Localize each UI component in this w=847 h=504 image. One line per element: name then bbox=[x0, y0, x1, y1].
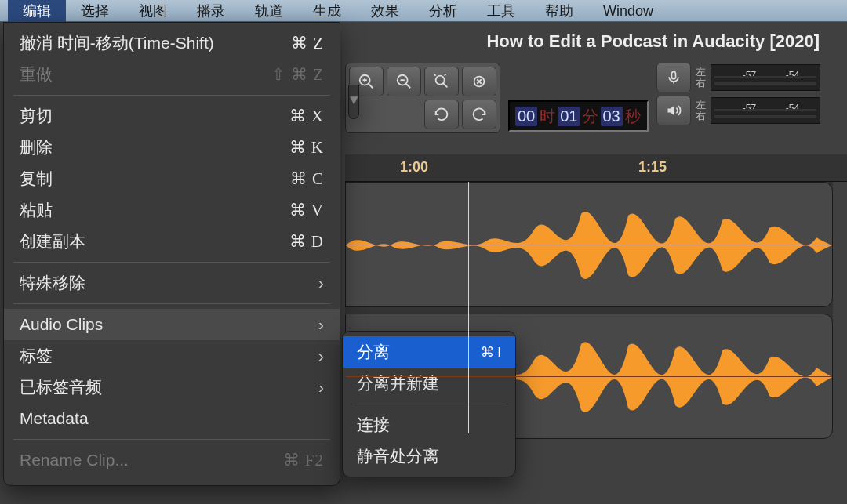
zoom-out-icon[interactable] bbox=[387, 67, 421, 96]
svg-line-1 bbox=[369, 84, 373, 89]
microphone-icon[interactable] bbox=[656, 63, 691, 92]
menu-item[interactable]: 剪切⌘ X bbox=[4, 100, 340, 132]
timecode-minutes: 01 bbox=[558, 107, 580, 126]
menu-view[interactable]: 视图 bbox=[124, 0, 182, 22]
chevron-right-icon: › bbox=[318, 315, 324, 334]
speaker-channel-labels: 左右 bbox=[696, 100, 706, 121]
menu-effect[interactable]: 效果 bbox=[356, 0, 414, 22]
menu-item[interactable]: 删除⌘ K bbox=[4, 132, 340, 163]
waveform bbox=[346, 183, 832, 307]
chevron-right-icon: › bbox=[318, 346, 324, 365]
chevron-right-icon: › bbox=[318, 378, 324, 397]
menu-tools[interactable]: 工具 bbox=[472, 0, 530, 22]
menu-item[interactable]: 创建副本⌘ D bbox=[4, 226, 340, 257]
timecode-display[interactable]: 00 时 01 分 03 秒 ▾ bbox=[508, 100, 649, 132]
menu-item[interactable]: 粘贴⌘ V bbox=[4, 194, 340, 226]
audio-clips-submenu: 分离⌘ I分离并新建连接静音处分离 bbox=[342, 331, 516, 477]
submenu-item[interactable]: 静音处分离 bbox=[343, 441, 515, 472]
menu-help[interactable]: 帮助 bbox=[530, 0, 588, 22]
timecode-hours: 00 bbox=[515, 107, 537, 126]
audio-track[interactable] bbox=[345, 182, 833, 307]
window-title: How to Edit a Podcast in Audacity [2020] bbox=[486, 31, 820, 52]
toolbar: 00 时 01 分 03 秒 ▾ 左右 -57 -54 左右 -57 -54 bbox=[345, 63, 820, 133]
menu-select[interactable]: 选择 bbox=[66, 0, 124, 22]
menu-item[interactable]: 已标签音频› bbox=[4, 372, 340, 403]
menu-item[interactable]: 标签› bbox=[4, 340, 340, 372]
timecode-seconds: 03 bbox=[601, 107, 623, 126]
submenu-item[interactable]: 分离并新建 bbox=[343, 368, 515, 399]
menu-item[interactable]: Metadata bbox=[4, 403, 340, 434]
recording-meter[interactable]: -57 -54 bbox=[711, 64, 820, 91]
menu-item: 重做⇧ ⌘ Z bbox=[4, 59, 340, 90]
playback-meter[interactable]: -57 -54 bbox=[711, 97, 820, 124]
menu-item[interactable]: 撤消 时间-移动(Time-Shift)⌘ Z bbox=[4, 27, 340, 59]
menu-item[interactable]: Audio Clips› bbox=[4, 309, 340, 340]
fit-selection-icon[interactable] bbox=[424, 67, 459, 96]
timeline-ruler[interactable]: 1:00 1:15 bbox=[345, 154, 847, 182]
ruler-label: 1:15 bbox=[638, 159, 667, 176]
chevron-right-icon: › bbox=[318, 274, 324, 292]
timecode-dropdown-icon[interactable]: ▾ bbox=[348, 85, 359, 119]
menu-generate[interactable]: 生成 bbox=[298, 0, 356, 22]
fit-project-icon[interactable] bbox=[462, 67, 496, 96]
menubar: 编辑 选择 视图 播录 轨道 生成 效果 分析 工具 帮助 Window bbox=[0, 0, 847, 22]
edit-menu-dropdown: 撤消 时间-移动(Time-Shift)⌘ Z重做⇧ ⌘ Z剪切⌘ X删除⌘ K… bbox=[3, 22, 340, 486]
menu-item[interactable]: 特殊移除› bbox=[4, 267, 340, 299]
svg-marker-13 bbox=[667, 106, 674, 115]
menu-tracks[interactable]: 轨道 bbox=[240, 0, 298, 22]
redo-icon[interactable] bbox=[462, 100, 496, 129]
svg-line-5 bbox=[406, 84, 411, 89]
menu-window[interactable]: Window bbox=[588, 0, 668, 22]
mic-channel-labels: 左右 bbox=[696, 67, 706, 89]
menu-item[interactable]: 复制⌘ C bbox=[4, 163, 340, 194]
menu-item: Rename Clip...⌘ F2 bbox=[4, 444, 340, 476]
submenu-item[interactable]: 连接 bbox=[343, 409, 515, 441]
playhead[interactable] bbox=[468, 182, 469, 433]
menu-analyze[interactable]: 分析 bbox=[414, 0, 472, 22]
submenu-item[interactable]: 分离⌘ I bbox=[343, 336, 515, 368]
menu-edit[interactable]: 编辑 bbox=[8, 0, 66, 22]
svg-rect-12 bbox=[671, 72, 675, 79]
svg-line-8 bbox=[443, 83, 448, 88]
menu-transport[interactable]: 播录 bbox=[182, 0, 240, 22]
ruler-label: 1:00 bbox=[400, 159, 428, 176]
speaker-icon[interactable] bbox=[656, 96, 691, 125]
undo-icon[interactable] bbox=[424, 100, 459, 129]
